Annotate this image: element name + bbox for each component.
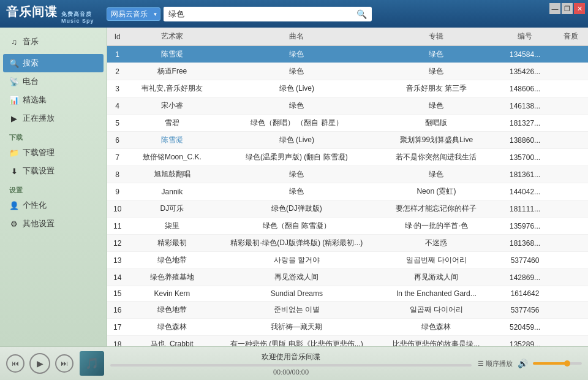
cell-num: 520459... xyxy=(496,319,554,336)
volume-icon: 🔊 xyxy=(518,359,528,368)
cell-artist: 绿色地带 xyxy=(127,302,216,319)
next-button[interactable]: ⏭ xyxy=(55,354,74,373)
cell-num: 135700... xyxy=(496,149,554,166)
cell-album: 再见游戏人间 xyxy=(377,269,496,286)
cell-id: 1 xyxy=(107,46,127,63)
sidebar-item-radio[interactable]: 📡 电台 xyxy=(0,72,107,91)
table-row[interactable]: 12 精彩最初 精彩最初-绿色(DJ版弹终版) (精彩最初...) 不迷惑 18… xyxy=(107,235,588,252)
window-controls: — ❐ ✕ xyxy=(549,3,585,14)
cell-id: 17 xyxy=(107,319,127,336)
table-row[interactable]: 15 Kevin Kern Sundial Dreams In the Ench… xyxy=(107,286,588,302)
table-container[interactable]: Id 艺术家 曲名 专辑 编号 音质 1 陈雪凝 绿色 绿色 134584...… xyxy=(107,28,588,346)
sidebar-item-featured-label: 精选集 xyxy=(23,94,47,105)
cell-album: 不迷惑 xyxy=(377,235,496,252)
platform-select[interactable]: 网易云音乐 QQ音乐 酷狗音乐 xyxy=(107,7,160,21)
cell-quality xyxy=(554,269,588,286)
play-button[interactable]: ▶ xyxy=(29,353,50,374)
table-row[interactable]: 14 绿色养殖基地 再见游戏人间 再见游戏人间 142869... xyxy=(107,269,588,286)
cell-artist: 精彩最初 xyxy=(127,235,216,252)
cell-album: Neon (霓虹) xyxy=(377,183,496,200)
cell-id: 10 xyxy=(107,200,127,218)
table-row[interactable]: 2 杨道Free 绿色 绿色 135426... xyxy=(107,63,588,80)
cell-quality xyxy=(554,252,588,269)
minimize-button[interactable]: — xyxy=(549,3,560,14)
table-row[interactable]: 1 陈雪凝 绿色 绿色 134584... xyxy=(107,46,588,63)
cell-num: 1614642 xyxy=(496,286,554,302)
sidebar-item-personalize[interactable]: 👤 个性化 xyxy=(0,196,107,215)
close-button[interactable]: ✕ xyxy=(574,3,585,14)
player-time: 00:00/00:00 xyxy=(110,368,472,376)
player-thumbnail: 🎵 xyxy=(80,351,104,376)
cell-id: 2 xyxy=(107,63,127,80)
sidebar-item-music[interactable]: ♫ 音乐 xyxy=(0,32,107,51)
table-row[interactable]: 8 旭旭鼓翻唱 绿色 绿色 181361... xyxy=(107,166,588,183)
cell-quality xyxy=(554,115,588,132)
volume-bar[interactable] xyxy=(533,362,582,365)
table-row[interactable]: 16 绿色地带 준비없는 이별 일곱째 다이어리 5377456 xyxy=(107,302,588,319)
table-row[interactable]: 13 绿色地带 사랑을 할거야 일곱번째 다이어리 5377460 xyxy=(107,252,588,269)
sidebar-item-search[interactable]: 🔍 搜索 xyxy=(3,54,104,72)
platform-select-wrap: 网易云音乐 QQ音乐 酷狗音乐 xyxy=(107,7,160,21)
cell-artist: 宋小睿 xyxy=(127,97,216,115)
table-row[interactable]: 7 敖倍铭Moon_C.K. 绿色(温柔男声版) (翻自 陈雪凝) 若不是你突然… xyxy=(107,149,588,166)
cell-num: 134584... xyxy=(496,46,554,63)
table-row[interactable]: 5 雪碧 绿色（翻唱） （翻自 群星） 翻唱版 181327... xyxy=(107,115,588,132)
sidebar-item-dl-settings-label: 下载设置 xyxy=(23,165,55,177)
cell-title: 绿色 xyxy=(216,166,377,183)
table-row[interactable]: 10 DJ可乐 绿色(DJ弹鼓版) 要怎样才能忘记你的样子 181111... xyxy=(107,200,588,218)
prev-button[interactable]: ⏮ xyxy=(6,354,24,373)
sidebar: ♫ 音乐 🔍 搜索 📡 电台 📊 精选集 ▶ 正在播放 下载 xyxy=(0,28,107,346)
cell-num: 142869... xyxy=(496,269,554,286)
volume-knob[interactable] xyxy=(564,360,570,367)
cell-quality xyxy=(554,97,588,115)
cell-artist: 雪碧 xyxy=(127,115,216,132)
playlist-mode[interactable]: ☰ 顺序播放 xyxy=(478,359,513,368)
sidebar-item-dl-settings[interactable]: ⬇ 下载设置 xyxy=(0,162,107,180)
cell-num: 135976... xyxy=(496,218,554,235)
cell-quality xyxy=(554,166,588,183)
cell-album: 일곱째 다이어리 xyxy=(377,302,496,319)
mode-icon: ☰ xyxy=(478,360,484,368)
cell-album: 绿色 xyxy=(377,97,496,115)
sidebar-section-settings: 设置 👤 个性化 ⚙ 其他设置 xyxy=(0,183,107,233)
cell-quality xyxy=(554,200,588,218)
search-bar: 网易云音乐 QQ音乐 酷狗音乐 🔍 xyxy=(107,7,372,21)
cell-title: 绿色（翻自 陈雪凝） xyxy=(216,218,377,235)
cell-title: 준비없는 이별 xyxy=(216,302,377,319)
cell-title: 绿色 (Live) xyxy=(216,80,377,97)
cell-artist: 马也_Crabbit xyxy=(127,336,216,347)
table-row[interactable]: 11 柒里 绿色（翻自 陈雪凝） 绿·的一批的半首·色 135976... xyxy=(107,218,588,235)
table-body: 1 陈雪凝 绿色 绿色 134584... 2 杨道Free 绿色 绿色 135… xyxy=(107,46,588,347)
cell-id: 15 xyxy=(107,286,127,302)
player-controls: ⏮ ▶ ⏭ xyxy=(6,353,74,374)
featured-icon: 📊 xyxy=(9,96,19,105)
col-quality-header: 音质 xyxy=(554,28,588,46)
cell-title: 绿色 xyxy=(216,63,377,80)
table-row[interactable]: 18 马也_Crabbit 有一种悲伤 (男版 电影《比悲伤更悲伤...) 比悲… xyxy=(107,336,588,347)
col-id-header: Id xyxy=(107,28,127,46)
player-bar: ⏮ ▶ ⏭ 🎵 欢迎使用音乐间谍 00:00/00:00 ☰ 顺序播放 🔊 xyxy=(0,346,588,380)
cell-title: 精彩最初-绿色(DJ版弹终版) (精彩最初...) xyxy=(216,235,377,252)
cell-album: 绿色森林 xyxy=(377,319,496,336)
table-row[interactable]: 17 绿色森林 我祈祷—藏天期 绿色森林 520459... xyxy=(107,319,588,336)
sidebar-section-music: ♫ 音乐 xyxy=(0,32,107,51)
progress-bar[interactable] xyxy=(110,364,472,367)
sidebar-item-dl-manage[interactable]: 📁 下载管理 xyxy=(0,143,107,162)
sidebar-item-playing[interactable]: ▶ 正在播放 xyxy=(0,109,107,127)
sidebar-item-search-label: 搜索 xyxy=(23,58,39,69)
music-icon: ♫ xyxy=(9,37,19,47)
table-row[interactable]: 9 Jannik 绿色 Neon (霓虹) 144042... xyxy=(107,183,588,200)
search-input[interactable] xyxy=(164,7,352,21)
cell-title: 绿色 xyxy=(216,97,377,115)
sidebar-item-other-settings[interactable]: ⚙ 其他设置 xyxy=(0,215,107,233)
sidebar-item-featured[interactable]: 📊 精选集 xyxy=(0,91,107,109)
cell-title: 再见游戏人间 xyxy=(216,269,377,286)
table-row[interactable]: 4 宋小睿 绿色 绿色 146138... xyxy=(107,97,588,115)
table-row[interactable]: 3 韦礼安,音乐好朋友 绿色 (Live) 音乐好朋友 第三季 148606..… xyxy=(107,80,588,97)
cell-album: In the Enchanted Gard... xyxy=(377,286,496,302)
table-row[interactable]: 6 陈雪凝 绿色 (Live) 聚划算99划算盛典Live 138860... xyxy=(107,132,588,149)
cell-album: 聚划算99划算盛典Live xyxy=(377,132,496,149)
cell-id: 4 xyxy=(107,97,127,115)
search-button[interactable]: 🔍 xyxy=(352,7,372,21)
restore-button[interactable]: ❐ xyxy=(562,3,573,14)
